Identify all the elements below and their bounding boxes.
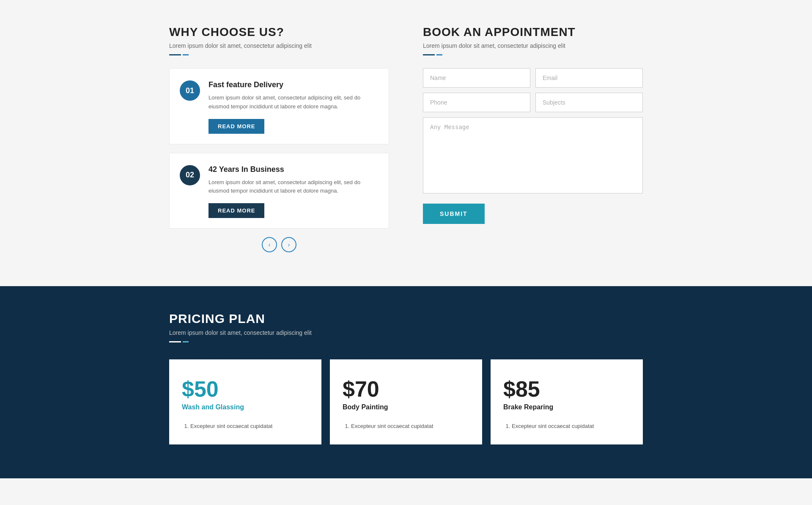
appointment-title: BOOK AN APPOINTMENT xyxy=(423,25,643,39)
appointment-underline xyxy=(423,54,643,55)
pricing-underline-dark xyxy=(169,341,181,342)
feature-number-1: 01 xyxy=(180,80,200,101)
phone-input[interactable] xyxy=(423,93,530,112)
price-amount-2: $70 xyxy=(343,376,469,402)
appointment-subtitle: Lorem ipsum dolor sit amet, consectetur … xyxy=(423,42,643,49)
form-row-2 xyxy=(423,93,643,112)
prev-page-button[interactable]: ‹ xyxy=(262,237,277,252)
feature-content-1: Fast feature Delivery Lorem ipsum dolor … xyxy=(208,80,377,134)
feature-title-1: Fast feature Delivery xyxy=(208,80,377,89)
form-row-1 xyxy=(423,68,643,88)
price-feature-2-1: Excepteur sint occaecat cupidatat xyxy=(351,423,469,429)
price-feature-3-1: Excepteur sint occaecat cupidatat xyxy=(512,423,630,429)
pricing-header: PRICING PLAN Lorem ipsum dolor sit amet,… xyxy=(169,312,643,342)
price-features-2: Excepteur sint occaecat cupidatat xyxy=(343,423,469,429)
why-choose-underline xyxy=(169,54,389,55)
feature-card-1: 01 Fast feature Delivery Lorem ipsum dol… xyxy=(169,68,389,144)
why-choose-title: WHY CHOOSE US? xyxy=(169,25,389,39)
price-amount-3: $85 xyxy=(503,376,630,402)
pricing-card-2: $70 Body Painting Excepteur sint occaeca… xyxy=(330,359,482,444)
feature-desc-1: Lorem ipsum dolor sit amet, consectetur … xyxy=(208,94,377,111)
underline-dark xyxy=(169,54,181,55)
pricing-card-1: $50 Wash and Glassing Excepteur sint occ… xyxy=(169,359,321,444)
pricing-cards: $50 Wash and Glassing Excepteur sint occ… xyxy=(169,359,643,444)
pricing-underline-light xyxy=(183,341,189,342)
price-feature-1-1: Excepteur sint occaecat cupidatat xyxy=(190,423,309,429)
read-more-button-2[interactable]: READ MORE xyxy=(208,203,264,218)
book-appointment-section: BOOK AN APPOINTMENT Lorem ipsum dolor si… xyxy=(423,25,643,252)
feature-desc-2: Lorem ipsum dolor sit amet, consectetur … xyxy=(208,178,377,196)
email-input[interactable] xyxy=(535,68,643,88)
appointment-underline-light xyxy=(436,54,442,55)
subjects-input[interactable] xyxy=(535,93,643,112)
why-choose-section: WHY CHOOSE US? Lorem ipsum dolor sit ame… xyxy=(169,25,389,252)
price-features-1: Excepteur sint occaecat cupidatat xyxy=(182,423,309,429)
feature-content-2: 42 Years In Business Lorem ipsum dolor s… xyxy=(208,165,377,218)
feature-title-2: 42 Years In Business xyxy=(208,165,377,174)
next-page-button[interactable]: › xyxy=(281,237,296,252)
underline-light xyxy=(183,54,189,55)
submit-button[interactable]: SUBMIT xyxy=(423,204,485,224)
read-more-button-1[interactable]: READ MORE xyxy=(208,119,264,134)
name-input[interactable] xyxy=(423,68,530,88)
price-label-2: Body Painting xyxy=(343,403,469,411)
pricing-underline xyxy=(169,341,643,342)
pagination: ‹ › xyxy=(169,237,389,252)
pricing-subtitle: Lorem ipsum dolor sit amet, consectetur … xyxy=(169,329,643,336)
feature-card-2: 02 42 Years In Business Lorem ipsum dolo… xyxy=(169,153,389,229)
pricing-card-3: $85 Brake Reparing Excepteur sint occaec… xyxy=(491,359,643,444)
pricing-title: PRICING PLAN xyxy=(169,312,643,326)
price-label-1: Wash and Glassing xyxy=(182,403,309,411)
appointment-underline-dark xyxy=(423,54,435,55)
price-label-3: Brake Reparing xyxy=(503,403,630,411)
price-features-3: Excepteur sint occaecat cupidatat xyxy=(503,423,630,429)
feature-number-2: 02 xyxy=(180,165,200,185)
pricing-section: PRICING PLAN Lorem ipsum dolor sit amet,… xyxy=(0,286,812,478)
message-textarea[interactable] xyxy=(423,117,643,193)
why-choose-subtitle: Lorem ipsum dolor sit amet, consectetur … xyxy=(169,42,389,49)
price-amount-1: $50 xyxy=(182,376,309,402)
